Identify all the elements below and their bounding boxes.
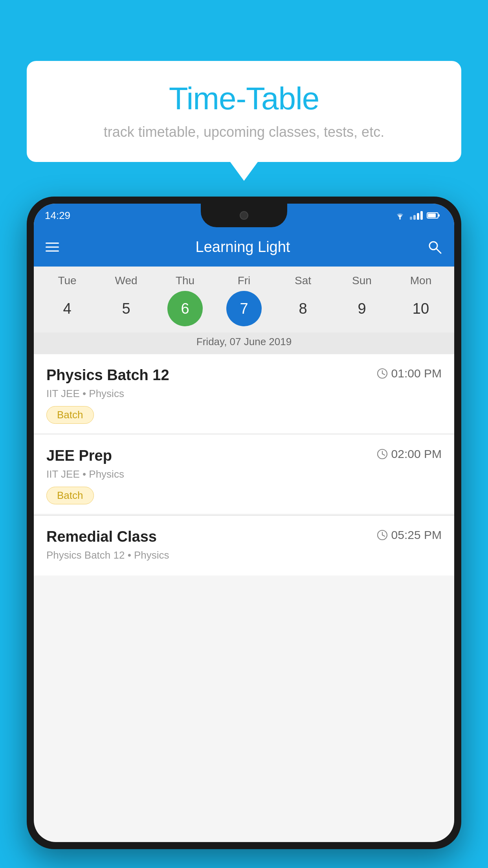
- schedule-item-3-header: Remedial Class 05:25 PM: [46, 528, 442, 545]
- schedule-item-3[interactable]: Remedial Class 05:25 PM Physics Batch 12…: [34, 515, 454, 576]
- status-time: 14:29: [45, 210, 70, 222]
- day-header-sat: Sat: [285, 274, 321, 287]
- hamburger-icon[interactable]: [46, 243, 59, 252]
- schedule-item-1-header: Physics Batch 12 01:00 PM: [46, 367, 442, 384]
- schedule-list: Physics Batch 12 01:00 PM IIT JEE • Phys…: [34, 354, 454, 576]
- day-header-fri: Fri: [226, 274, 262, 287]
- day-headers: Tue Wed Thu Fri Sat Sun Mon: [34, 274, 454, 291]
- svg-rect-2: [428, 213, 436, 217]
- clock-icon-2: [376, 448, 388, 460]
- status-icons: [394, 211, 440, 220]
- schedule-item-1[interactable]: Physics Batch 12 01:00 PM IIT JEE • Phys…: [34, 354, 454, 433]
- schedule-item-3-time-text: 05:25 PM: [391, 528, 442, 542]
- search-icon[interactable]: [427, 239, 442, 255]
- app-bar: Learning Light: [34, 227, 454, 267]
- bubble-subtitle: track timetable, upcoming classes, tests…: [50, 124, 438, 140]
- day-numbers: 4 5 6 7 8 9 10: [34, 291, 454, 333]
- schedule-item-2-badge: Batch: [46, 487, 94, 504]
- svg-line-11: [382, 454, 385, 455]
- selected-date-label: Friday, 07 June 2019: [34, 333, 454, 354]
- schedule-item-2-time: 02:00 PM: [376, 447, 442, 461]
- day-10[interactable]: 10: [403, 291, 438, 326]
- day-9[interactable]: 9: [344, 291, 380, 326]
- phone-container: 14:29: [27, 197, 461, 868]
- app-title: Learning Light: [68, 239, 417, 256]
- svg-line-14: [382, 535, 385, 536]
- phone-mockup: 14:29: [27, 197, 461, 849]
- schedule-item-1-name: Physics Batch 12: [46, 367, 169, 384]
- phone-notch: [201, 204, 287, 227]
- day-6-today[interactable]: 6: [167, 291, 203, 326]
- camera-dot: [240, 211, 248, 220]
- day-4[interactable]: 4: [50, 291, 85, 326]
- day-header-sun: Sun: [344, 274, 380, 287]
- svg-line-8: [382, 373, 385, 375]
- signal-icon: [410, 211, 423, 220]
- bubble-title: Time-Table: [50, 81, 438, 117]
- day-header-mon: Mon: [403, 274, 438, 287]
- clock-icon-1: [376, 368, 388, 379]
- svg-line-5: [437, 249, 441, 254]
- schedule-item-1-time-text: 01:00 PM: [391, 367, 442, 380]
- schedule-item-3-sub: Physics Batch 12 • Physics: [46, 549, 442, 561]
- speech-bubble-container: Time-Table track timetable, upcoming cla…: [27, 61, 461, 162]
- schedule-item-1-sub: IIT JEE • Physics: [46, 388, 442, 400]
- day-header-wed: Wed: [108, 274, 144, 287]
- battery-icon: [427, 212, 440, 219]
- schedule-item-2-header: JEE Prep 02:00 PM: [46, 447, 442, 464]
- day-8[interactable]: 8: [285, 291, 321, 326]
- day-7-selected[interactable]: 7: [226, 291, 262, 326]
- phone-screen: 14:29: [34, 204, 454, 842]
- calendar-strip: Tue Wed Thu Fri Sat Sun Mon 4 5 6 7 8 9 …: [34, 267, 454, 354]
- schedule-item-1-time: 01:00 PM: [376, 367, 442, 380]
- svg-rect-3: [438, 214, 440, 217]
- schedule-item-2[interactable]: JEE Prep 02:00 PM IIT JEE • Physics Batc…: [34, 435, 454, 514]
- schedule-item-3-time: 05:25 PM: [376, 528, 442, 542]
- schedule-item-1-badge: Batch: [46, 406, 94, 424]
- schedule-item-3-name: Remedial Class: [46, 528, 157, 545]
- schedule-item-2-name: JEE Prep: [46, 447, 112, 464]
- schedule-item-2-sub: IIT JEE • Physics: [46, 468, 442, 480]
- day-header-tue: Tue: [50, 274, 85, 287]
- wifi-icon: [394, 211, 406, 220]
- svg-point-0: [399, 218, 401, 220]
- day-5[interactable]: 5: [108, 291, 144, 326]
- clock-icon-3: [376, 529, 388, 541]
- day-header-thu: Thu: [167, 274, 203, 287]
- speech-bubble: Time-Table track timetable, upcoming cla…: [27, 61, 461, 162]
- schedule-item-2-time-text: 02:00 PM: [391, 447, 442, 461]
